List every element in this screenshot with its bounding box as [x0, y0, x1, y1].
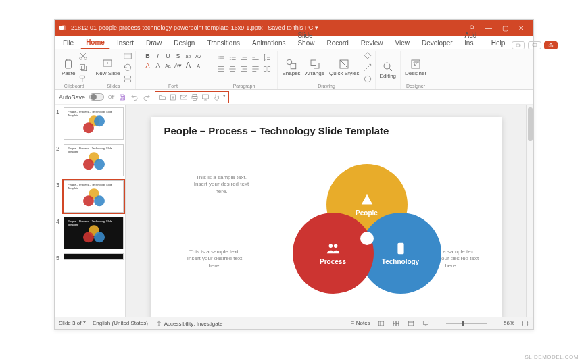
vertical-scrollbar[interactable] [526, 105, 533, 317]
qat-dropdown-icon[interactable]: ▾ [223, 93, 226, 101]
tab-record[interactable]: Record [321, 36, 353, 49]
pyramid-icon [360, 192, 374, 207]
email-icon[interactable] [180, 93, 188, 101]
cut-icon[interactable] [78, 51, 88, 61]
notes-button[interactable]: ≡ Notes [351, 320, 370, 326]
thumbnail-2[interactable]: 2People – Process – Technology Slide Tem… [56, 144, 124, 176]
tab-draw[interactable]: Draw [141, 36, 167, 49]
minimize-button[interactable]: — [481, 21, 497, 34]
sample-text-2[interactable]: This is a sample text. Insert your desir… [185, 249, 245, 269]
ribbon-tabs: File Home Insert Draw Design Transitions… [55, 36, 533, 49]
language-status[interactable]: English (United States) [93, 320, 148, 326]
tab-review[interactable]: Review [356, 36, 389, 49]
present-button[interactable] [528, 41, 541, 49]
thumbnail-3[interactable]: 3People – Process – Technology Slide Tem… [56, 180, 124, 213]
font-formatting-row2[interactable]: AAAaA▾AA [143, 61, 202, 70]
ribbon-group-paragraph: Paragraph [210, 51, 278, 89]
camera-button[interactable] [512, 41, 525, 49]
venn-center [360, 232, 374, 245]
autosave-toggle[interactable] [89, 93, 104, 101]
zoom-slider[interactable] [446, 323, 487, 324]
maximize-button[interactable]: ▢ [497, 21, 513, 34]
shape-fill-icon[interactable] [363, 51, 372, 61]
new-file-icon[interactable] [169, 93, 177, 101]
paragraph-row1[interactable] [216, 53, 272, 62]
slide-counter[interactable]: Slide 3 of 7 [59, 320, 86, 326]
tab-home[interactable]: Home [80, 36, 110, 49]
svg-rect-10 [82, 66, 87, 70]
ribbon-group-designer: Designer Designer [401, 51, 431, 89]
svg-rect-38 [396, 321, 398, 323]
sample-text-1[interactable]: This is a sample text. Insert your desir… [191, 174, 252, 195]
quick-styles-button[interactable]: Quick Styles [328, 57, 360, 78]
reset-icon[interactable] [123, 63, 132, 72]
zoom-out[interactable]: − [437, 320, 440, 326]
format-painter-icon[interactable] [78, 74, 88, 84]
thumbnail-5[interactable]: 5 [56, 253, 124, 261]
copy-icon[interactable] [78, 63, 88, 72]
quick-print-icon[interactable] [191, 93, 199, 101]
slide-thumbnails-panel[interactable]: 1People – Process – Technology Slide Tem… [55, 105, 126, 317]
svg-rect-27 [193, 94, 197, 96]
svg-point-22 [364, 76, 370, 82]
touch-mode-icon[interactable] [212, 93, 220, 101]
normal-view-icon[interactable] [377, 320, 385, 327]
fit-to-window-icon[interactable] [521, 320, 529, 327]
svg-point-23 [384, 63, 390, 69]
slide-canvas-area[interactable]: People – Process – Technology Slide Temp… [126, 105, 526, 317]
layout-icon[interactable] [123, 51, 132, 61]
svg-point-35 [158, 321, 160, 322]
section-icon[interactable] [123, 74, 132, 84]
zoom-in[interactable]: + [493, 320, 497, 326]
redo-icon[interactable] [143, 93, 151, 101]
venn-process[interactable]: Process [293, 213, 374, 294]
thumbnail-4[interactable]: 4People – Process – Technology Slide Tem… [56, 217, 124, 249]
new-slide-button[interactable]: New Slide [94, 57, 121, 78]
venn-diagram[interactable]: People Technology Process [293, 164, 435, 299]
tab-slide-show[interactable]: Slide Show [292, 29, 320, 49]
tab-help[interactable]: Help [486, 36, 511, 49]
phone-icon [393, 241, 408, 256]
shapes-button[interactable]: Shapes [280, 57, 301, 78]
search-titlebar-icon[interactable] [464, 21, 481, 34]
thumbnail-1[interactable]: 1People – Process – Technology Slide Tem… [56, 107, 124, 140]
shape-effects-icon[interactable] [363, 74, 372, 84]
ribbon-group-font: BIUSabAV AAAaA▾AA Font [136, 51, 210, 89]
quick-access-toolbar: AutoSave Off ▾ [55, 90, 533, 105]
reading-view-icon[interactable] [407, 320, 415, 327]
share-button[interactable] [544, 41, 558, 49]
paste-button[interactable]: Paste [60, 57, 76, 78]
tab-transitions[interactable]: Transitions [201, 36, 245, 49]
window-title: 21812-01-people-process-technology-power… [71, 24, 318, 31]
svg-rect-14 [125, 80, 131, 82]
undo-icon[interactable] [130, 93, 139, 101]
svg-rect-13 [125, 76, 131, 78]
tab-developer[interactable]: Developer [416, 36, 458, 49]
tab-file[interactable]: File [57, 36, 79, 49]
tab-view[interactable]: View [390, 36, 416, 49]
tab-animations[interactable]: Animations [247, 36, 291, 49]
sorter-view-icon[interactable] [392, 320, 400, 327]
ribbon-group-clipboard: Paste Clipboard [57, 51, 91, 89]
ribbon: Paste Clipboard New Slide Slides [55, 49, 533, 90]
tab-design[interactable]: Design [168, 36, 200, 49]
tab-insert[interactable]: Insert [112, 36, 139, 49]
svg-rect-37 [393, 321, 395, 323]
slide-title[interactable]: People – Process – Technology Slide Temp… [151, 117, 502, 136]
zoom-level[interactable]: 56% [504, 320, 514, 326]
paragraph-row2[interactable] [216, 64, 272, 74]
slideshow-view-icon[interactable] [422, 320, 430, 327]
arrange-button[interactable]: Arrange [304, 57, 326, 78]
svg-rect-3 [516, 44, 520, 47]
font-formatting-row1[interactable]: BIUSabAV [143, 53, 202, 59]
shape-outline-icon[interactable] [363, 63, 372, 72]
open-icon[interactable] [158, 93, 166, 101]
designer-button[interactable]: Designer [403, 57, 428, 78]
present-from-beginning-icon[interactable] [201, 93, 210, 101]
svg-rect-18 [291, 63, 296, 69]
close-button[interactable]: ✕ [513, 21, 529, 34]
slide-canvas[interactable]: People – Process – Technology Slide Temp… [151, 117, 502, 317]
editing-button[interactable]: Editing [378, 59, 397, 80]
save-icon[interactable] [118, 93, 126, 101]
accessibility-status[interactable]: Accessibility: Investigate [155, 320, 222, 327]
